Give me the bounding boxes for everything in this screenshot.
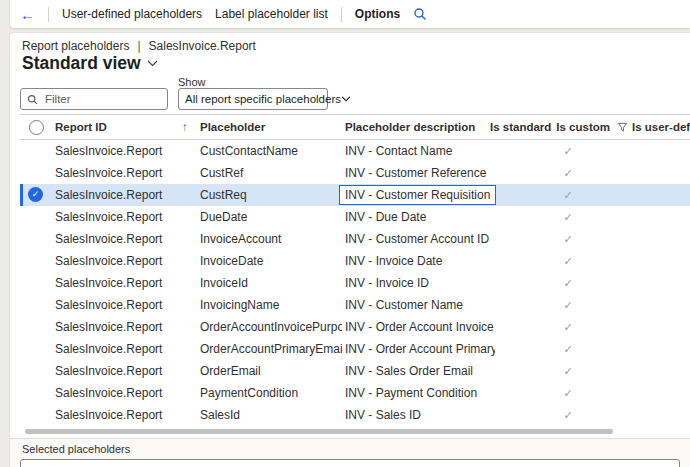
selected-placeholders-label: Selected placeholders xyxy=(22,443,130,455)
show-dropdown-value: All report specific placeholders xyxy=(185,93,341,105)
cell-placeholder-description[interactable]: INV - Invoice ID xyxy=(345,272,495,294)
cell-placeholder-description[interactable]: INV - Customer Name xyxy=(345,294,495,316)
placeholder-description-text: INV - Sales ID xyxy=(345,408,421,422)
cell-placeholder[interactable]: InvoiceDate xyxy=(200,250,342,272)
column-header-is-user-defined[interactable]: Is user-defined xyxy=(632,115,690,139)
column-header-is-custom[interactable]: Is custom xyxy=(553,115,610,139)
search-icon xyxy=(27,94,38,105)
cell-placeholder-description[interactable]: INV - Payment Condition xyxy=(345,382,495,404)
show-dropdown[interactable]: All report specific placeholders xyxy=(178,88,328,110)
cell-is-custom-check-icon: ✓ xyxy=(553,404,583,426)
placeholder-description-text: INV - Invoice Date xyxy=(345,254,442,268)
table-row[interactable]: ✓ SalesInvoice.Report CustReq INV - Cust… xyxy=(20,184,690,206)
cell-report-id[interactable]: SalesInvoice.Report xyxy=(55,140,195,162)
cell-report-id[interactable]: SalesInvoice.Report xyxy=(55,294,195,316)
filter-funnel-icon[interactable] xyxy=(617,122,628,133)
table-row[interactable]: SalesInvoice.Report InvoiceAccount INV -… xyxy=(20,228,690,250)
column-header-description[interactable]: Placeholder description xyxy=(345,115,475,139)
cell-placeholder[interactable]: CustReq xyxy=(200,184,342,206)
cell-placeholder-description[interactable]: INV - Due Date xyxy=(345,206,495,228)
table-row[interactable]: SalesInvoice.Report SalesId INV - Sales … xyxy=(20,404,690,426)
table-row[interactable]: SalesInvoice.Report PaymentCondition INV… xyxy=(20,382,690,404)
cell-placeholder[interactable]: CustContactName xyxy=(200,140,342,162)
horizontal-scrollbar[interactable] xyxy=(25,429,613,434)
selected-placeholders-section: Selected placeholders xyxy=(10,438,690,467)
filter-input[interactable] xyxy=(43,92,161,106)
cell-placeholder[interactable]: OrderEmail xyxy=(200,360,342,382)
cell-placeholder[interactable]: OrderAccountPrimaryEmail xyxy=(200,338,342,360)
cell-placeholder[interactable]: DueDate xyxy=(200,206,342,228)
cell-report-id[interactable]: SalesInvoice.Report xyxy=(55,162,195,184)
cell-is-custom-check-icon: ✓ xyxy=(553,140,583,162)
cell-is-custom-check-icon: ✓ xyxy=(553,228,583,250)
grid-body: SalesInvoice.Report CustContactName INV … xyxy=(20,140,690,426)
table-row[interactable]: SalesInvoice.Report InvoiceId INV - Invo… xyxy=(20,272,690,294)
cell-placeholder[interactable]: InvoiceId xyxy=(200,272,342,294)
placeholder-description-text: INV - Sales Order Email xyxy=(345,364,473,378)
cell-placeholder-description[interactable]: INV - Contact Name xyxy=(345,140,495,162)
cell-report-id[interactable]: SalesInvoice.Report xyxy=(55,272,195,294)
cell-placeholder-description[interactable]: INV - Sales Order Email xyxy=(345,360,495,382)
page-title: Standard view xyxy=(22,53,141,74)
cell-is-custom-check-icon: ✓ xyxy=(553,294,583,316)
cell-report-id[interactable]: SalesInvoice.Report xyxy=(55,382,195,404)
column-header-report-id[interactable]: Report ID xyxy=(55,115,107,139)
cell-report-id[interactable]: SalesInvoice.Report xyxy=(55,228,195,250)
sort-ascending-icon: ↑ xyxy=(182,115,188,139)
table-row[interactable]: SalesInvoice.Report InvoiceDate INV - In… xyxy=(20,250,690,272)
grid-header: Report ID ↑ Placeholder Placeholder desc… xyxy=(20,114,690,140)
cell-report-id[interactable]: SalesInvoice.Report xyxy=(55,206,195,228)
selected-placeholders-input[interactable] xyxy=(20,459,680,467)
breadcrumb-record-name: SalesInvoice.Report xyxy=(149,39,256,53)
cell-report-id[interactable]: SalesInvoice.Report xyxy=(55,338,195,360)
cell-placeholder-description[interactable]: INV - Order Account Invoice Pur... xyxy=(345,316,495,338)
breadcrumb: Report placeholders|SalesInvoice.Report xyxy=(22,39,256,53)
cell-report-id[interactable]: SalesInvoice.Report xyxy=(55,316,195,338)
cell-placeholder[interactable]: InvoicingName xyxy=(200,294,342,316)
cell-placeholder-description[interactable]: INV - Customer Account ID xyxy=(345,228,495,250)
select-all-checkbox[interactable] xyxy=(29,120,44,135)
table-row[interactable]: SalesInvoice.Report DueDate INV - Due Da… xyxy=(20,206,690,228)
placeholder-description-text: INV - Customer Reference xyxy=(345,166,486,180)
cell-placeholder[interactable]: OrderAccountInvoicePurposeEm... xyxy=(200,316,342,338)
cell-report-id[interactable]: SalesInvoice.Report xyxy=(55,184,195,206)
table-row[interactable]: SalesInvoice.Report CustRef INV - Custom… xyxy=(20,162,690,184)
cell-report-id[interactable]: SalesInvoice.Report xyxy=(55,404,195,426)
tab-user-defined-placeholders[interactable]: User-defined placeholders xyxy=(62,7,202,21)
cell-placeholder-description[interactable]: INV - Customer Reference xyxy=(345,162,495,184)
show-label: Show xyxy=(178,76,206,88)
tab-options[interactable]: Options xyxy=(355,7,400,21)
cell-placeholder[interactable]: PaymentCondition xyxy=(200,382,342,404)
cell-placeholder[interactable]: InvoiceAccount xyxy=(200,228,342,250)
search-icon[interactable] xyxy=(413,7,427,21)
filter-field xyxy=(20,88,168,110)
column-header-is-standard[interactable]: Is standard xyxy=(490,115,545,139)
cell-placeholder-description[interactable]: INV - Order Account Primary E... xyxy=(345,338,495,360)
cell-is-custom-check-icon: ✓ xyxy=(553,316,583,338)
cell-placeholder-description[interactable]: INV - Sales ID xyxy=(345,404,495,426)
cell-placeholder-description[interactable]: INV - Invoice Date xyxy=(345,250,495,272)
placeholder-description-text: INV - Customer Requisition xyxy=(345,188,490,202)
placeholder-description-text: INV - Invoice ID xyxy=(345,276,429,290)
cell-is-custom-check-icon: ✓ xyxy=(553,162,583,184)
column-header-placeholder[interactable]: Placeholder xyxy=(200,115,265,139)
cell-placeholder[interactable]: SalesId xyxy=(200,404,342,426)
row-selected-check-icon[interactable]: ✓ xyxy=(28,187,43,202)
table-row[interactable]: SalesInvoice.Report OrderAccountPrimaryE… xyxy=(20,338,690,360)
table-row[interactable]: SalesInvoice.Report CustContactName INV … xyxy=(20,140,690,162)
view-selector[interactable]: Standard view xyxy=(22,53,158,74)
cell-placeholder-description[interactable]: INV - Customer Requisition xyxy=(339,185,496,205)
table-row[interactable]: SalesInvoice.Report OrderEmail INV - Sal… xyxy=(20,360,690,382)
cell-report-id[interactable]: SalesInvoice.Report xyxy=(55,360,195,382)
table-row[interactable]: SalesInvoice.Report InvoicingName INV - … xyxy=(20,294,690,316)
tab-label-placeholder-list[interactable]: Label placeholder list xyxy=(215,7,328,21)
back-icon[interactable]: ← xyxy=(20,7,35,22)
table-row[interactable]: SalesInvoice.Report OrderAccountInvoiceP… xyxy=(20,316,690,338)
cell-placeholder[interactable]: CustRef xyxy=(200,162,342,184)
divider xyxy=(48,7,49,22)
cell-is-custom-check-icon: ✓ xyxy=(553,250,583,272)
placeholder-description-text: INV - Customer Name xyxy=(345,298,463,312)
cell-report-id[interactable]: SalesInvoice.Report xyxy=(55,250,195,272)
placeholder-description-text: INV - Order Account Invoice Pur... xyxy=(345,320,495,334)
breadcrumb-form-name: Report placeholders xyxy=(22,39,129,53)
